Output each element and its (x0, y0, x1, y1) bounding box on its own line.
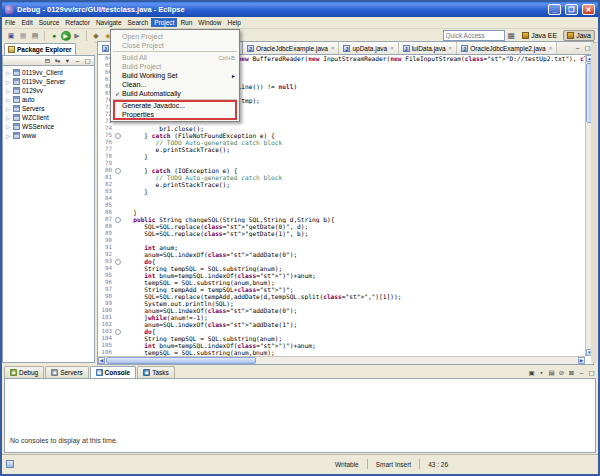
expander-icon[interactable]: ▷ (6, 124, 11, 130)
view-tab-debug[interactable]: ▣Debug (4, 366, 44, 378)
line-number: 87 (98, 216, 114, 223)
line-number: 100 (98, 307, 114, 314)
open-console-icon[interactable]: ▣ (527, 368, 536, 377)
code-line: 81 // TODO Auto-generated catch block (98, 174, 585, 181)
display-selected-console-icon[interactable]: ▤ (547, 368, 556, 377)
editor-tab-luidata-java[interactable]: JluiData.java× (399, 42, 457, 54)
menu-project[interactable]: Project (151, 18, 177, 27)
menu-item-build-working-set[interactable]: Build Working Set▸ (111, 71, 239, 80)
tree-item-auto[interactable]: ▷auto (3, 95, 94, 104)
minimize-view-icon[interactable]: – (573, 43, 582, 52)
tree-item-servers[interactable]: ▷Servers (3, 104, 94, 113)
close-tab-icon[interactable]: × (449, 45, 453, 51)
expander-icon[interactable]: ▷ (6, 97, 11, 103)
menu-item-clean[interactable]: Clean... (111, 80, 239, 89)
tree-item-0119vv-server[interactable]: ▷0119vv_Server (3, 77, 94, 86)
expander-icon[interactable]: ▷ (6, 70, 11, 76)
fold-column (114, 174, 122, 181)
perspective-switcher: Java EEJava (518, 30, 595, 41)
code-text (122, 202, 585, 209)
close-window-button[interactable]: ✕ (582, 4, 595, 15)
scroll-right-icon[interactable]: ▶ (578, 357, 585, 364)
minimize-view-icon[interactable]: – (577, 368, 586, 377)
view-tab-servers[interactable]: ▣Servers (45, 366, 88, 378)
horizontal-scroll-thumb[interactable] (106, 357, 256, 364)
scroll-left-icon[interactable]: ◀ (98, 357, 105, 364)
package-explorer-tree: ▷0119vv_Client▷0119vv_Server▷0129vv▷auto… (2, 66, 95, 363)
editor-horizontal-scrollbar[interactable]: ◀ ▶ (98, 356, 585, 364)
tree-item-wzclient[interactable]: ▷WZClient (3, 113, 94, 122)
fold-icon[interactable] (114, 167, 122, 174)
expander-icon[interactable]: ▷ (6, 133, 11, 139)
new-java-project-icon[interactable]: ◆ (91, 30, 102, 41)
expander-icon[interactable]: ▷ (6, 106, 11, 112)
editor-tab-oraclejdbcexample2-java[interactable]: JOracleJdbcExample2.java× (457, 42, 557, 54)
maximize-window-button[interactable]: ❐ (565, 4, 578, 15)
view-tab-label: Debug (19, 369, 38, 376)
line-number: 94 (98, 265, 114, 272)
debug-icon[interactable]: ● (49, 30, 60, 41)
external-tools-icon[interactable]: ▶ (72, 30, 83, 41)
menu-file[interactable]: File (2, 18, 18, 27)
perspective-java-ee[interactable]: Java EE (518, 30, 561, 41)
editor-tab-oraclejdbcexample-java[interactable]: JOracleJdbcExample.java× (243, 42, 339, 54)
minimize-view-icon[interactable]: – (73, 56, 82, 65)
link-with-editor-icon[interactable]: ⇆ (53, 56, 62, 65)
expander-icon[interactable]: ▷ (6, 115, 11, 121)
close-tab-icon[interactable]: × (390, 45, 394, 51)
minimize-window-button[interactable]: _ (548, 4, 561, 15)
menu-item-build-automatically[interactable]: ✓Build Automatically (111, 89, 239, 98)
view-tab-tasks[interactable]: ▣Tasks (137, 366, 175, 378)
open-perspective-icon[interactable]: ▦ (508, 31, 516, 40)
code-line: 102 anum=SQL.indexOf(class="st">"addDate… (98, 321, 585, 328)
new-wizard-icon[interactable]: ▣ (6, 30, 17, 41)
code-text: anum=SQL.indexOf(class="st">"addDate(1")… (122, 321, 585, 328)
pin-console-icon[interactable]: ▪ (537, 368, 546, 377)
menu-navigate[interactable]: Navigate (93, 18, 125, 27)
tree-item-www[interactable]: ▷www (3, 131, 94, 140)
menu-search[interactable]: Search (125, 18, 152, 27)
menu-run[interactable]: Run (177, 18, 195, 27)
tree-item-0129vv[interactable]: ▷0129vv (3, 86, 94, 95)
expander-icon[interactable]: ▷ (6, 88, 11, 94)
code-text: tempSQL = SQL.substring(anum,bnum); (122, 349, 585, 356)
fold-icon[interactable] (114, 132, 122, 139)
run-icon[interactable]: ▶ (61, 31, 71, 41)
fold-column (114, 293, 122, 300)
code-text: do{ (122, 258, 585, 265)
fold-icon[interactable] (114, 216, 122, 223)
quick-access-input[interactable] (443, 30, 505, 41)
menu-item-label: Build Working Set (122, 72, 226, 79)
fold-icon[interactable] (114, 328, 122, 335)
menu-check-icon: ✓ (113, 90, 122, 97)
menu-item-properties[interactable]: Properties (111, 110, 239, 119)
close-tab-icon[interactable]: × (549, 45, 553, 51)
menu-source[interactable]: Source (36, 18, 63, 27)
java-file-icon: J (102, 45, 109, 52)
menu-edit[interactable]: Edit (18, 18, 35, 27)
tree-item-wsservice[interactable]: ▷WSService (3, 122, 94, 131)
maximize-view-icon[interactable]: ▢ (83, 56, 92, 65)
view-tab-console[interactable]: ▣Console (90, 366, 137, 378)
menu-item-build-all: Build AllCtrl+B (111, 53, 239, 62)
menu-item-generate-javadoc[interactable]: Generate Javadoc... (111, 101, 239, 110)
print-icon[interactable]: ▤ (30, 30, 41, 41)
view-menu-icon[interactable]: ▾ (63, 56, 72, 65)
expander-icon[interactable]: ▷ (6, 79, 11, 85)
menu-help[interactable]: Help (224, 18, 243, 27)
clear-console-icon[interactable]: ⊠ (567, 368, 576, 377)
package-explorer-tab[interactable]: Package Explorer (4, 43, 76, 55)
editor-tab-updata-java[interactable]: JupData.java× (339, 42, 398, 54)
save-icon[interactable]: ▦ (18, 30, 29, 41)
maximize-view-icon[interactable]: ▢ (587, 368, 596, 377)
fold-column (114, 244, 122, 251)
scroll-lock-icon[interactable]: ⊘ (557, 368, 566, 377)
tree-item-0119vv-client[interactable]: ▷0119vv_Client (3, 68, 94, 77)
perspective-java[interactable]: Java (563, 30, 595, 41)
collapse-all-icon[interactable]: ⊟ (43, 56, 52, 65)
close-tab-icon[interactable]: × (331, 45, 335, 51)
menu-refactor[interactable]: Refactor (62, 18, 93, 27)
menu-window[interactable]: Window (195, 18, 224, 27)
fold-icon[interactable] (114, 258, 122, 265)
menu-item-label: Build Automatically (122, 90, 229, 97)
